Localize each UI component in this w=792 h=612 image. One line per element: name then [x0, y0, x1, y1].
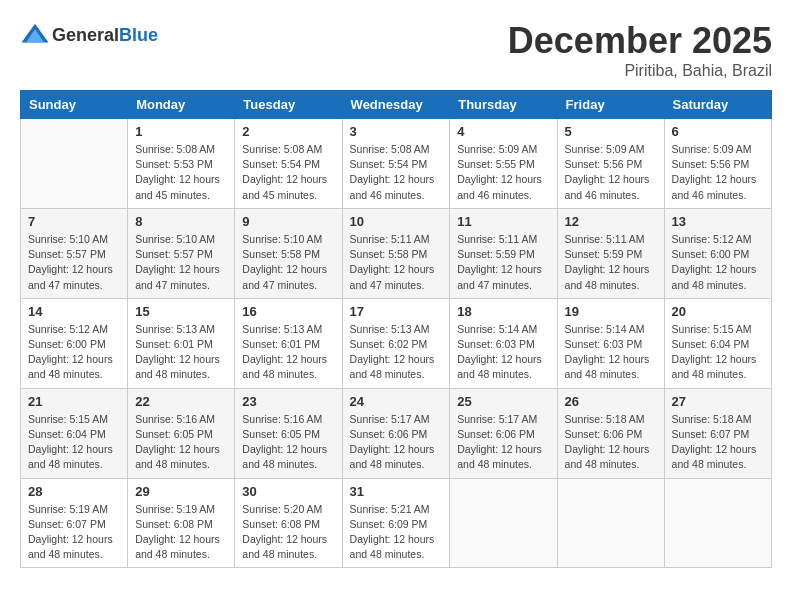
- weekday-header-tuesday: Tuesday: [235, 91, 342, 119]
- day-info: Sunrise: 5:08 AM Sunset: 5:54 PM Dayligh…: [242, 142, 334, 203]
- calendar-day-cell: 29Sunrise: 5:19 AM Sunset: 6:08 PM Dayli…: [128, 478, 235, 568]
- calendar-day-cell: 10Sunrise: 5:11 AM Sunset: 5:58 PM Dayli…: [342, 208, 450, 298]
- day-info: Sunrise: 5:15 AM Sunset: 6:04 PM Dayligh…: [28, 412, 120, 473]
- day-info: Sunrise: 5:15 AM Sunset: 6:04 PM Dayligh…: [672, 322, 764, 383]
- calendar-day-cell: [21, 119, 128, 209]
- calendar-day-cell: 19Sunrise: 5:14 AM Sunset: 6:03 PM Dayli…: [557, 298, 664, 388]
- calendar-day-cell: [450, 478, 557, 568]
- logo-general-text: General: [52, 25, 119, 45]
- day-info: Sunrise: 5:10 AM Sunset: 5:58 PM Dayligh…: [242, 232, 334, 293]
- day-number: 1: [135, 124, 227, 139]
- day-info: Sunrise: 5:08 AM Sunset: 5:53 PM Dayligh…: [135, 142, 227, 203]
- day-number: 15: [135, 304, 227, 319]
- calendar-week-row: 7Sunrise: 5:10 AM Sunset: 5:57 PM Daylig…: [21, 208, 772, 298]
- day-number: 3: [350, 124, 443, 139]
- day-number: 30: [242, 484, 334, 499]
- day-info: Sunrise: 5:14 AM Sunset: 6:03 PM Dayligh…: [457, 322, 549, 383]
- calendar-table: SundayMondayTuesdayWednesdayThursdayFrid…: [20, 90, 772, 568]
- day-info: Sunrise: 5:12 AM Sunset: 6:00 PM Dayligh…: [672, 232, 764, 293]
- weekday-header-thursday: Thursday: [450, 91, 557, 119]
- day-info: Sunrise: 5:11 AM Sunset: 5:58 PM Dayligh…: [350, 232, 443, 293]
- calendar-day-cell: 14Sunrise: 5:12 AM Sunset: 6:00 PM Dayli…: [21, 298, 128, 388]
- calendar-day-cell: 11Sunrise: 5:11 AM Sunset: 5:59 PM Dayli…: [450, 208, 557, 298]
- day-info: Sunrise: 5:18 AM Sunset: 6:06 PM Dayligh…: [565, 412, 657, 473]
- weekday-header-wednesday: Wednesday: [342, 91, 450, 119]
- calendar-day-cell: 15Sunrise: 5:13 AM Sunset: 6:01 PM Dayli…: [128, 298, 235, 388]
- day-number: 25: [457, 394, 549, 409]
- day-info: Sunrise: 5:08 AM Sunset: 5:54 PM Dayligh…: [350, 142, 443, 203]
- calendar-day-cell: 6Sunrise: 5:09 AM Sunset: 5:56 PM Daylig…: [664, 119, 771, 209]
- day-info: Sunrise: 5:14 AM Sunset: 6:03 PM Dayligh…: [565, 322, 657, 383]
- day-info: Sunrise: 5:13 AM Sunset: 6:01 PM Dayligh…: [242, 322, 334, 383]
- day-number: 4: [457, 124, 549, 139]
- day-number: 2: [242, 124, 334, 139]
- weekday-header-friday: Friday: [557, 91, 664, 119]
- day-info: Sunrise: 5:21 AM Sunset: 6:09 PM Dayligh…: [350, 502, 443, 563]
- day-number: 17: [350, 304, 443, 319]
- calendar-day-cell: [557, 478, 664, 568]
- calendar-day-cell: 27Sunrise: 5:18 AM Sunset: 6:07 PM Dayli…: [664, 388, 771, 478]
- day-number: 28: [28, 484, 120, 499]
- title-section: December 2025 Piritiba, Bahia, Brazil: [508, 20, 772, 80]
- day-number: 24: [350, 394, 443, 409]
- calendar-day-cell: 17Sunrise: 5:13 AM Sunset: 6:02 PM Dayli…: [342, 298, 450, 388]
- day-number: 19: [565, 304, 657, 319]
- day-info: Sunrise: 5:19 AM Sunset: 6:07 PM Dayligh…: [28, 502, 120, 563]
- calendar-day-cell: 26Sunrise: 5:18 AM Sunset: 6:06 PM Dayli…: [557, 388, 664, 478]
- day-number: 31: [350, 484, 443, 499]
- day-info: Sunrise: 5:19 AM Sunset: 6:08 PM Dayligh…: [135, 502, 227, 563]
- calendar-week-row: 28Sunrise: 5:19 AM Sunset: 6:07 PM Dayli…: [21, 478, 772, 568]
- calendar-day-cell: 21Sunrise: 5:15 AM Sunset: 6:04 PM Dayli…: [21, 388, 128, 478]
- day-number: 12: [565, 214, 657, 229]
- day-info: Sunrise: 5:09 AM Sunset: 5:56 PM Dayligh…: [672, 142, 764, 203]
- weekday-header-row: SundayMondayTuesdayWednesdayThursdayFrid…: [21, 91, 772, 119]
- calendar-day-cell: 30Sunrise: 5:20 AM Sunset: 6:08 PM Dayli…: [235, 478, 342, 568]
- calendar-day-cell: 1Sunrise: 5:08 AM Sunset: 5:53 PM Daylig…: [128, 119, 235, 209]
- logo-icon: [20, 20, 50, 50]
- day-number: 10: [350, 214, 443, 229]
- day-info: Sunrise: 5:16 AM Sunset: 6:05 PM Dayligh…: [242, 412, 334, 473]
- day-number: 23: [242, 394, 334, 409]
- calendar-day-cell: 4Sunrise: 5:09 AM Sunset: 5:55 PM Daylig…: [450, 119, 557, 209]
- day-info: Sunrise: 5:18 AM Sunset: 6:07 PM Dayligh…: [672, 412, 764, 473]
- day-number: 13: [672, 214, 764, 229]
- calendar-day-cell: 13Sunrise: 5:12 AM Sunset: 6:00 PM Dayli…: [664, 208, 771, 298]
- calendar-day-cell: 18Sunrise: 5:14 AM Sunset: 6:03 PM Dayli…: [450, 298, 557, 388]
- logo: GeneralBlue: [20, 20, 158, 50]
- day-number: 27: [672, 394, 764, 409]
- calendar-week-row: 1Sunrise: 5:08 AM Sunset: 5:53 PM Daylig…: [21, 119, 772, 209]
- day-info: Sunrise: 5:16 AM Sunset: 6:05 PM Dayligh…: [135, 412, 227, 473]
- day-number: 9: [242, 214, 334, 229]
- day-info: Sunrise: 5:09 AM Sunset: 5:56 PM Dayligh…: [565, 142, 657, 203]
- day-number: 14: [28, 304, 120, 319]
- day-info: Sunrise: 5:17 AM Sunset: 6:06 PM Dayligh…: [350, 412, 443, 473]
- calendar-week-row: 14Sunrise: 5:12 AM Sunset: 6:00 PM Dayli…: [21, 298, 772, 388]
- day-number: 16: [242, 304, 334, 319]
- month-year-title: December 2025: [508, 20, 772, 62]
- day-number: 21: [28, 394, 120, 409]
- weekday-header-saturday: Saturday: [664, 91, 771, 119]
- day-info: Sunrise: 5:10 AM Sunset: 5:57 PM Dayligh…: [135, 232, 227, 293]
- day-number: 11: [457, 214, 549, 229]
- calendar-day-cell: 8Sunrise: 5:10 AM Sunset: 5:57 PM Daylig…: [128, 208, 235, 298]
- calendar-day-cell: 24Sunrise: 5:17 AM Sunset: 6:06 PM Dayli…: [342, 388, 450, 478]
- day-number: 26: [565, 394, 657, 409]
- day-number: 22: [135, 394, 227, 409]
- day-info: Sunrise: 5:09 AM Sunset: 5:55 PM Dayligh…: [457, 142, 549, 203]
- weekday-header-sunday: Sunday: [21, 91, 128, 119]
- calendar-day-cell: 3Sunrise: 5:08 AM Sunset: 5:54 PM Daylig…: [342, 119, 450, 209]
- calendar-day-cell: 22Sunrise: 5:16 AM Sunset: 6:05 PM Dayli…: [128, 388, 235, 478]
- day-number: 6: [672, 124, 764, 139]
- calendar-day-cell: 25Sunrise: 5:17 AM Sunset: 6:06 PM Dayli…: [450, 388, 557, 478]
- day-info: Sunrise: 5:11 AM Sunset: 5:59 PM Dayligh…: [457, 232, 549, 293]
- day-info: Sunrise: 5:17 AM Sunset: 6:06 PM Dayligh…: [457, 412, 549, 473]
- day-info: Sunrise: 5:13 AM Sunset: 6:01 PM Dayligh…: [135, 322, 227, 383]
- day-info: Sunrise: 5:11 AM Sunset: 5:59 PM Dayligh…: [565, 232, 657, 293]
- day-info: Sunrise: 5:10 AM Sunset: 5:57 PM Dayligh…: [28, 232, 120, 293]
- weekday-header-monday: Monday: [128, 91, 235, 119]
- day-number: 8: [135, 214, 227, 229]
- day-number: 7: [28, 214, 120, 229]
- calendar-day-cell: [664, 478, 771, 568]
- logo-blue-text: Blue: [119, 25, 158, 45]
- day-info: Sunrise: 5:13 AM Sunset: 6:02 PM Dayligh…: [350, 322, 443, 383]
